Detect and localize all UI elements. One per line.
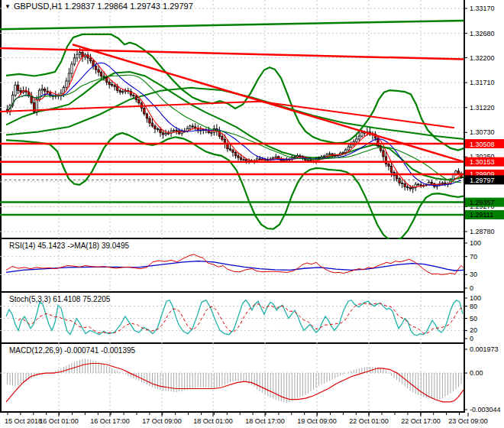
- svg-text:50: 50: [470, 315, 477, 323]
- time-label: 16 Oct 01:00: [39, 417, 79, 425]
- svg-text:1.33170: 1.33170: [470, 5, 495, 12]
- chart-menu-arrow-icon[interactable]: ▼: [5, 3, 11, 10]
- time-label: 18 Oct 17:00: [245, 417, 285, 425]
- svg-text:20: 20: [470, 326, 477, 334]
- time-label: 17 Oct 09:00: [142, 417, 182, 425]
- svg-text:0: 0: [470, 335, 473, 342]
- candles: [6, 48, 462, 193]
- time-label: 22 Oct 01:00: [349, 417, 389, 425]
- svg-text:1.29111: 1.29111: [470, 211, 493, 219]
- svg-text:100: 100: [470, 294, 481, 302]
- stochastic-label: Stoch(5,3,3) 61.4108 75.2205: [9, 295, 110, 303]
- time-label: 18 Oct 01:00: [193, 417, 233, 425]
- stochastic-panel: 1008050200 Stoch(5,3,3) 61.4108 75.2205: [0, 293, 504, 344]
- stoch-k-line: [6, 300, 463, 336]
- svg-text:1.32680: 1.32680: [470, 30, 495, 37]
- chart-window: 1.331701.326801.322001.317101.312201.307…: [0, 0, 504, 428]
- rsi-panel: 10070300 RSI(14) 45.1423 ->MA(18) 39.049…: [0, 239, 504, 293]
- main-chart-panel: 1.331701.326801.322001.317101.312201.307…: [0, 0, 504, 239]
- svg-text:0.00: 0.00: [470, 369, 483, 377]
- time-label: 19 Oct 09:00: [297, 417, 337, 425]
- time-axis[interactable]: 15 Oct 201816 Oct 01:0016 Oct 17:0017 Oc…: [0, 413, 504, 428]
- svg-text:1.31710: 1.31710: [470, 79, 495, 86]
- chart-title-bar: ▼GBPUSD,H1 1.29837 1.29864 1.29743 1.297…: [5, 2, 193, 11]
- svg-text:30: 30: [470, 271, 477, 278]
- rsi-line: [6, 255, 464, 275]
- time-label: 23 Oct 09:00: [448, 417, 488, 425]
- time-label: 15 Oct 2018: [5, 417, 42, 425]
- time-axis-canvas[interactable]: 15 Oct 201816 Oct 01:0016 Oct 17:0017 Oc…: [0, 413, 504, 428]
- svg-text:70: 70: [470, 253, 477, 261]
- svg-text:80: 80: [470, 303, 477, 310]
- red-falling-segment: [260, 102, 454, 128]
- svg-text:1.29797: 1.29797: [470, 177, 495, 184]
- svg-text:0: 0: [470, 284, 473, 292]
- time-label: 22 Oct 17:00: [401, 417, 441, 425]
- svg-text:1.30730: 1.30730: [470, 128, 495, 136]
- svg-text:0.001973: 0.001973: [470, 345, 499, 353]
- red-rising-segment: [0, 102, 260, 112]
- svg-text:-0.003044: -0.003044: [470, 406, 501, 413]
- green-upper-trendline: [0, 21, 464, 29]
- svg-text:1.28780: 1.28780: [470, 228, 495, 235]
- svg-text:1.30153: 1.30153: [470, 158, 495, 166]
- svg-text:1.31220: 1.31220: [470, 104, 495, 112]
- macd-panel: 0.0019730.00-0.003044 MACD(12,26,9) -0.0…: [0, 344, 504, 413]
- svg-text:1.30508: 1.30508: [470, 141, 495, 148]
- chart-symbol-ohlc-label: GBPUSD,H1 1.29837 1.29864 1.29743 1.2979…: [14, 2, 193, 11]
- svg-text:1.32200: 1.32200: [470, 54, 495, 62]
- time-label: 16 Oct 17:00: [90, 417, 130, 425]
- rsi-label: RSI(14) 45.1423 ->MA(18) 39.0495: [9, 242, 129, 250]
- rsi-ma-line: [6, 261, 464, 273]
- svg-text:100: 100: [470, 239, 481, 247]
- macd-label: MACD(12,26,9) -0.000741 -0.001395: [9, 346, 135, 355]
- svg-text:1.29357: 1.29357: [470, 199, 495, 206]
- main-chart-canvas[interactable]: 1.331701.326801.322001.317101.312201.307…: [0, 0, 504, 239]
